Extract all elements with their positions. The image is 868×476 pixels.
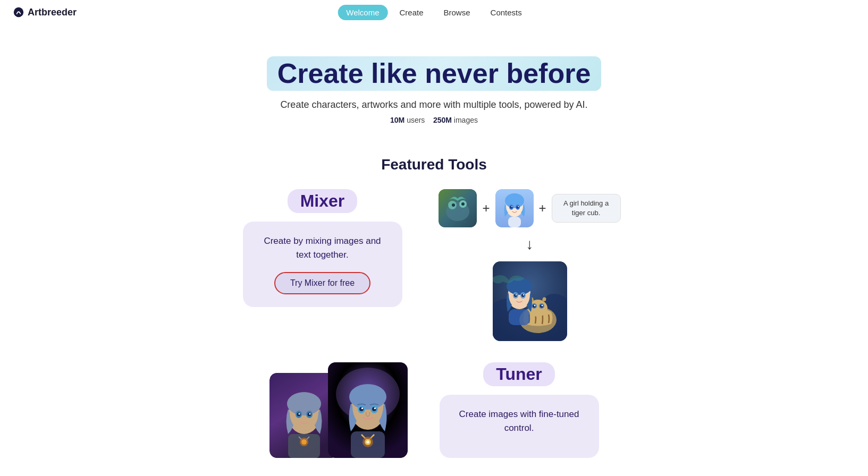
hero-subtitle: Create characters, artworks and more wit… [11, 99, 857, 110]
tuner-section: Tuner Create images with fine-tuned cont… [115, 341, 753, 458]
svg-point-50 [301, 439, 307, 445]
hero-stats: 10M users 250M images [11, 116, 857, 124]
mixer-input-image-2 [495, 189, 534, 227]
svg-point-17 [518, 206, 519, 207]
tuner-images-group [269, 362, 408, 458]
tuner-right-panel: Tuner Create images with fine-tuned cont… [440, 362, 599, 458]
mixer-input-row: + [439, 189, 620, 227]
tuner-front-image [328, 362, 408, 458]
mixer-title: Mixer [288, 189, 358, 213]
mixer-card: Create by mixing images and text togethe… [243, 222, 402, 307]
tuner-title: Tuner [483, 362, 555, 386]
nav-create[interactable]: Create [391, 5, 432, 20]
logo[interactable]: Artbreeder [13, 6, 77, 18]
mixer-input-image-1 [439, 189, 477, 227]
anime-girl-image-svg [495, 189, 534, 227]
svg-point-33 [514, 294, 517, 297]
svg-rect-37 [509, 309, 530, 325]
mixer-plus-1: + [482, 201, 490, 216]
stat-images-label: images [454, 116, 478, 124]
mixer-description: Create by mixing images and text togethe… [259, 234, 386, 261]
svg-point-41 [287, 392, 321, 415]
mixer-result-svg [493, 261, 567, 341]
svg-point-15 [516, 206, 519, 209]
svg-point-34 [521, 294, 525, 297]
tuner-front-svg [328, 362, 408, 458]
dragon-image-svg [439, 189, 477, 227]
svg-point-47 [309, 413, 310, 415]
mixer-text-prompt: A girl holding a tiger cub. [552, 194, 621, 223]
stat-users-count: 10M [390, 116, 404, 124]
svg-point-14 [510, 206, 512, 209]
featured-title: Featured Tools [11, 156, 857, 173]
mixer-arrow-down: ↓ [526, 236, 534, 253]
stat-users-label: users [407, 116, 425, 124]
svg-point-58 [359, 407, 364, 411]
nav-links: Welcome Create Browse Contests [338, 5, 530, 20]
mixer-output-image [493, 261, 567, 341]
stat-images-count: 250M [433, 116, 452, 124]
svg-point-28 [541, 305, 543, 307]
mixer-demo: + [434, 189, 626, 341]
hero-title: Create like never before [267, 56, 602, 91]
svg-point-35 [515, 294, 516, 295]
svg-rect-18 [508, 217, 521, 227]
svg-point-61 [374, 407, 376, 410]
tools-container: Mixer Create by mixing images and text t… [115, 189, 753, 341]
svg-point-60 [361, 407, 363, 410]
svg-point-27 [534, 305, 535, 307]
nav-browse[interactable]: Browse [435, 5, 479, 20]
tuner-card: Create images with fine-tuned control. [440, 395, 599, 458]
mixer-plus-2: + [539, 201, 546, 216]
nav-welcome[interactable]: Welcome [338, 5, 387, 20]
svg-point-59 [372, 407, 376, 411]
artbreeder-logo-icon [13, 6, 24, 18]
svg-point-11 [505, 193, 524, 208]
svg-point-46 [298, 413, 300, 415]
logo-text: Artbreeder [28, 7, 77, 18]
svg-point-36 [523, 294, 524, 295]
svg-point-16 [511, 206, 512, 207]
tuner-description: Create images with fine-tuned control. [456, 407, 583, 435]
nav-contests[interactable]: Contests [482, 5, 530, 20]
svg-point-6 [452, 203, 455, 207]
svg-point-7 [461, 202, 465, 206]
featured-tools-section: Featured Tools Mixer Create by mixing im… [0, 135, 868, 469]
mixer-cta-button[interactable]: Try Mixer for free [274, 272, 370, 294]
mixer-panel: Mixer Create by mixing images and text t… [243, 189, 402, 307]
svg-point-65 [366, 440, 369, 444]
navbar: Artbreeder Welcome Create Browse Contest… [0, 0, 868, 24]
hero-section: Create like never before Create characte… [0, 24, 868, 135]
svg-point-55 [349, 384, 386, 410]
